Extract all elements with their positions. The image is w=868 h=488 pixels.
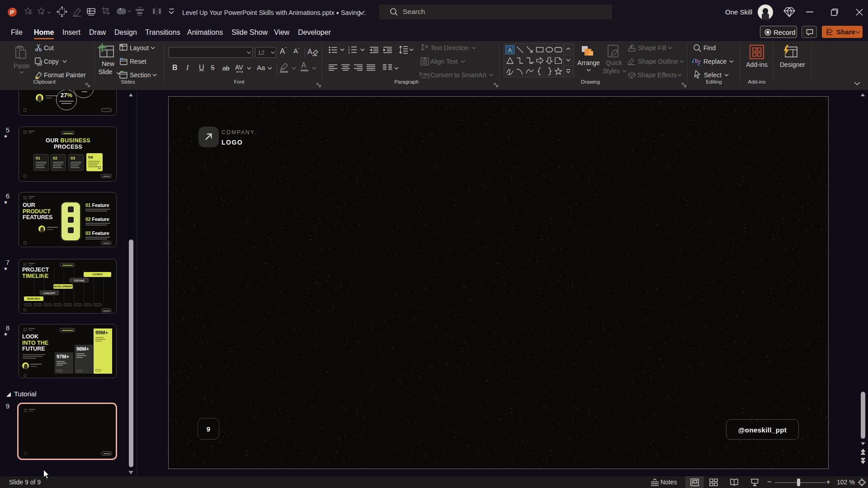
svg-text:P: P	[10, 9, 14, 16]
svg-text:A: A	[425, 44, 429, 49]
svg-text:3: 3	[348, 52, 350, 54]
svg-text:c: c	[698, 61, 700, 67]
svg-text:A: A	[508, 47, 512, 53]
svg-text:A: A	[307, 48, 312, 56]
